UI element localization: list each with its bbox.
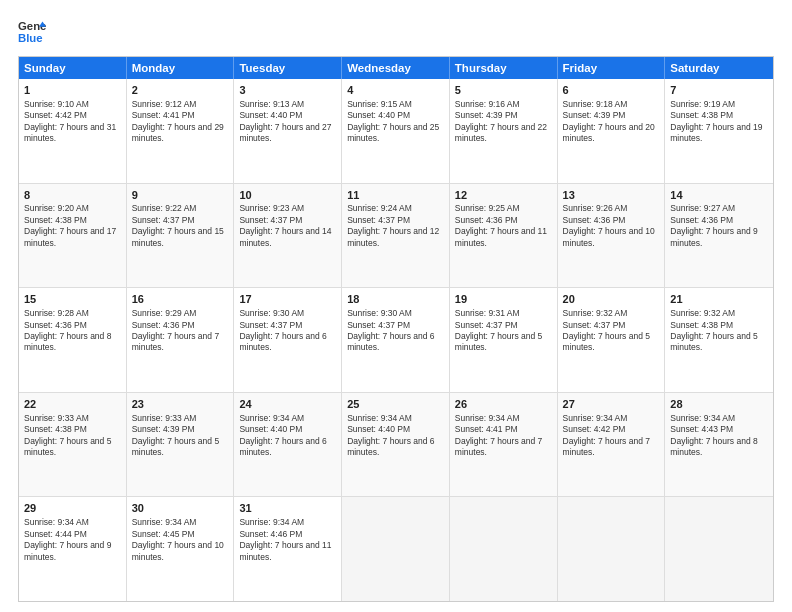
logo-icon: General Blue: [18, 18, 46, 46]
calendar-cell: 31Sunrise: 9:34 AMSunset: 4:46 PMDayligh…: [234, 497, 342, 601]
header-day-tuesday: Tuesday: [234, 57, 342, 79]
day-number: 3: [239, 83, 336, 98]
daylight-text: Daylight: 7 hours and 22 minutes.: [455, 122, 547, 143]
day-number: 30: [132, 501, 229, 516]
day-number: 9: [132, 188, 229, 203]
sunrise-text: Sunrise: 9:34 AM: [347, 413, 412, 423]
page-header: General Blue: [18, 18, 774, 46]
daylight-text: Daylight: 7 hours and 11 minutes.: [239, 540, 331, 561]
header-day-monday: Monday: [127, 57, 235, 79]
daylight-text: Daylight: 7 hours and 27 minutes.: [239, 122, 331, 143]
day-number: 6: [563, 83, 660, 98]
day-number: 7: [670, 83, 768, 98]
sunrise-text: Sunrise: 9:10 AM: [24, 99, 89, 109]
sunrise-text: Sunrise: 9:15 AM: [347, 99, 412, 109]
calendar-cell: 8Sunrise: 9:20 AMSunset: 4:38 PMDaylight…: [19, 184, 127, 288]
day-number: 31: [239, 501, 336, 516]
daylight-text: Daylight: 7 hours and 19 minutes.: [670, 122, 762, 143]
calendar-cell: 22Sunrise: 9:33 AMSunset: 4:38 PMDayligh…: [19, 393, 127, 497]
daylight-text: Daylight: 7 hours and 8 minutes.: [670, 436, 757, 457]
calendar-cell: [342, 497, 450, 601]
daylight-text: Daylight: 7 hours and 9 minutes.: [24, 540, 111, 561]
calendar-cell: 10Sunrise: 9:23 AMSunset: 4:37 PMDayligh…: [234, 184, 342, 288]
sunset-text: Sunset: 4:38 PM: [670, 110, 733, 120]
daylight-text: Daylight: 7 hours and 5 minutes.: [670, 331, 757, 352]
calendar: SundayMondayTuesdayWednesdayThursdayFrid…: [18, 56, 774, 602]
sunset-text: Sunset: 4:38 PM: [24, 215, 87, 225]
sunrise-text: Sunrise: 9:27 AM: [670, 203, 735, 213]
calendar-cell: 3Sunrise: 9:13 AMSunset: 4:40 PMDaylight…: [234, 79, 342, 183]
calendar-body: 1Sunrise: 9:10 AMSunset: 4:42 PMDaylight…: [19, 79, 773, 601]
sunrise-text: Sunrise: 9:34 AM: [24, 517, 89, 527]
daylight-text: Daylight: 7 hours and 7 minutes.: [132, 331, 219, 352]
sunrise-text: Sunrise: 9:16 AM: [455, 99, 520, 109]
sunset-text: Sunset: 4:42 PM: [24, 110, 87, 120]
sunset-text: Sunset: 4:36 PM: [455, 215, 518, 225]
daylight-text: Daylight: 7 hours and 5 minutes.: [132, 436, 219, 457]
calendar-cell: 19Sunrise: 9:31 AMSunset: 4:37 PMDayligh…: [450, 288, 558, 392]
daylight-text: Daylight: 7 hours and 8 minutes.: [24, 331, 111, 352]
day-number: 12: [455, 188, 552, 203]
logo: General Blue: [18, 18, 46, 46]
calendar-cell: 30Sunrise: 9:34 AMSunset: 4:45 PMDayligh…: [127, 497, 235, 601]
sunset-text: Sunset: 4:39 PM: [132, 424, 195, 434]
svg-text:Blue: Blue: [18, 32, 43, 44]
calendar-cell: 21Sunrise: 9:32 AMSunset: 4:38 PMDayligh…: [665, 288, 773, 392]
header-day-friday: Friday: [558, 57, 666, 79]
daylight-text: Daylight: 7 hours and 10 minutes.: [563, 226, 655, 247]
calendar-page: General Blue SundayMondayTuesdayWednesda…: [0, 0, 792, 612]
daylight-text: Daylight: 7 hours and 17 minutes.: [24, 226, 116, 247]
sunset-text: Sunset: 4:41 PM: [455, 424, 518, 434]
sunrise-text: Sunrise: 9:19 AM: [670, 99, 735, 109]
calendar-cell: 16Sunrise: 9:29 AMSunset: 4:36 PMDayligh…: [127, 288, 235, 392]
sunset-text: Sunset: 4:36 PM: [563, 215, 626, 225]
day-number: 23: [132, 397, 229, 412]
sunset-text: Sunset: 4:37 PM: [455, 320, 518, 330]
daylight-text: Daylight: 7 hours and 6 minutes.: [347, 436, 434, 457]
daylight-text: Daylight: 7 hours and 31 minutes.: [24, 122, 116, 143]
calendar-cell: 4Sunrise: 9:15 AMSunset: 4:40 PMDaylight…: [342, 79, 450, 183]
sunset-text: Sunset: 4:41 PM: [132, 110, 195, 120]
calendar-cell: 14Sunrise: 9:27 AMSunset: 4:36 PMDayligh…: [665, 184, 773, 288]
sunrise-text: Sunrise: 9:30 AM: [239, 308, 304, 318]
daylight-text: Daylight: 7 hours and 6 minutes.: [239, 436, 326, 457]
daylight-text: Daylight: 7 hours and 12 minutes.: [347, 226, 439, 247]
calendar-cell: 28Sunrise: 9:34 AMSunset: 4:43 PMDayligh…: [665, 393, 773, 497]
sunrise-text: Sunrise: 9:29 AM: [132, 308, 197, 318]
day-number: 16: [132, 292, 229, 307]
sunrise-text: Sunrise: 9:28 AM: [24, 308, 89, 318]
sunset-text: Sunset: 4:40 PM: [347, 424, 410, 434]
day-number: 15: [24, 292, 121, 307]
sunrise-text: Sunrise: 9:31 AM: [455, 308, 520, 318]
calendar-cell: 25Sunrise: 9:34 AMSunset: 4:40 PMDayligh…: [342, 393, 450, 497]
sunrise-text: Sunrise: 9:26 AM: [563, 203, 628, 213]
sunset-text: Sunset: 4:38 PM: [670, 320, 733, 330]
day-number: 13: [563, 188, 660, 203]
header-day-sunday: Sunday: [19, 57, 127, 79]
day-number: 29: [24, 501, 121, 516]
sunrise-text: Sunrise: 9:22 AM: [132, 203, 197, 213]
day-number: 10: [239, 188, 336, 203]
day-number: 26: [455, 397, 552, 412]
sunset-text: Sunset: 4:39 PM: [563, 110, 626, 120]
calendar-row-3: 15Sunrise: 9:28 AMSunset: 4:36 PMDayligh…: [19, 288, 773, 393]
calendar-cell: 18Sunrise: 9:30 AMSunset: 4:37 PMDayligh…: [342, 288, 450, 392]
sunrise-text: Sunrise: 9:32 AM: [670, 308, 735, 318]
day-number: 27: [563, 397, 660, 412]
calendar-cell: 26Sunrise: 9:34 AMSunset: 4:41 PMDayligh…: [450, 393, 558, 497]
daylight-text: Daylight: 7 hours and 14 minutes.: [239, 226, 331, 247]
calendar-cell: 6Sunrise: 9:18 AMSunset: 4:39 PMDaylight…: [558, 79, 666, 183]
calendar-cell: 29Sunrise: 9:34 AMSunset: 4:44 PMDayligh…: [19, 497, 127, 601]
daylight-text: Daylight: 7 hours and 25 minutes.: [347, 122, 439, 143]
sunrise-text: Sunrise: 9:33 AM: [24, 413, 89, 423]
calendar-cell: 24Sunrise: 9:34 AMSunset: 4:40 PMDayligh…: [234, 393, 342, 497]
sunrise-text: Sunrise: 9:23 AM: [239, 203, 304, 213]
calendar-cell: 9Sunrise: 9:22 AMSunset: 4:37 PMDaylight…: [127, 184, 235, 288]
sunset-text: Sunset: 4:40 PM: [239, 424, 302, 434]
day-number: 1: [24, 83, 121, 98]
daylight-text: Daylight: 7 hours and 5 minutes.: [455, 331, 542, 352]
sunrise-text: Sunrise: 9:12 AM: [132, 99, 197, 109]
daylight-text: Daylight: 7 hours and 15 minutes.: [132, 226, 224, 247]
daylight-text: Daylight: 7 hours and 9 minutes.: [670, 226, 757, 247]
sunrise-text: Sunrise: 9:34 AM: [239, 413, 304, 423]
